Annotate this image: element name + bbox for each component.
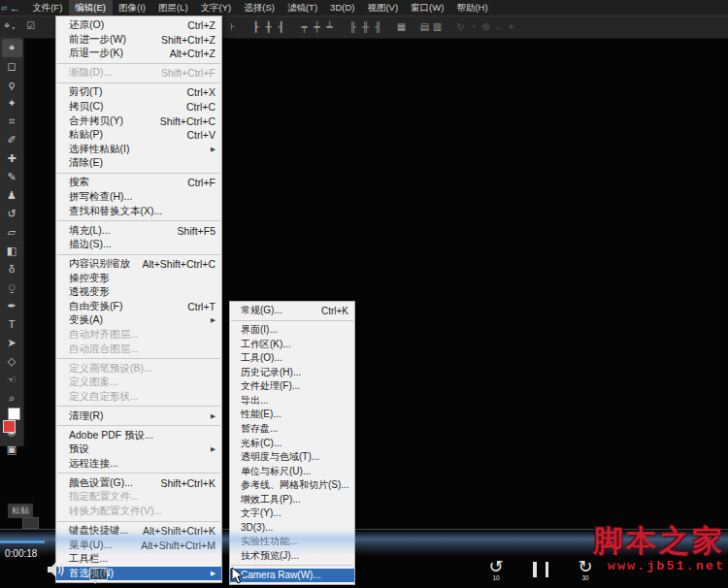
preferences-item[interactable]: 参考线、网格和切片(S)... <box>230 478 354 493</box>
preferences-item[interactable]: 界面(I)... <box>230 323 354 338</box>
menubar-item[interactable]: 图像(I) <box>113 0 152 16</box>
edit-menu-item[interactable]: 粘贴(P)Ctrl+V <box>56 128 221 143</box>
edit-menu-item[interactable]: 拷贝(C)Ctrl+C <box>56 100 221 114</box>
gradient-tool[interactable]: ◧ <box>2 242 22 260</box>
shape-tool[interactable]: ◇ <box>2 352 22 371</box>
align-right-icon[interactable]: ┨ <box>275 19 287 35</box>
distribute-spacing-icon[interactable]: ▦ <box>395 19 408 35</box>
eyedropper-tool[interactable]: ✐ <box>2 131 22 149</box>
edit-menu-item[interactable]: 合并拷贝(Y)Shift+Ctrl+C <box>56 114 221 128</box>
menubar-item[interactable]: 窗口(W) <box>405 0 450 16</box>
menubar-item[interactable]: 文字(Y) <box>194 0 238 16</box>
seek-bar-played[interactable] <box>0 540 45 543</box>
preferences-item[interactable]: 暂存盘... <box>230 422 354 437</box>
menubar-item[interactable]: 视图(V) <box>361 0 405 16</box>
auto-select-checkbox[interactable]: ☑ <box>26 20 35 31</box>
pause-button[interactable] <box>533 562 548 577</box>
edit-menu-item[interactable]: 查找和替换文本(X)... <box>56 204 221 218</box>
eraser-tool[interactable]: ▱ <box>2 223 22 242</box>
preferences-item[interactable]: Camera Raw(W)... <box>230 569 354 583</box>
distribute-left-icon[interactable]: ╟ <box>347 19 359 35</box>
align-group-a-icon[interactable]: ▤ <box>418 19 431 35</box>
align-group-b-icon[interactable]: ▥ <box>431 19 444 35</box>
align-bottom-icon[interactable]: ┷ <box>323 19 336 35</box>
distribute-right-icon[interactable]: ╢ <box>372 19 384 35</box>
edit-menu-item[interactable]: 还原(O)Ctrl+Z <box>56 18 221 33</box>
distribute-center-icon[interactable]: ╫ <box>359 19 372 35</box>
align-middle-icon[interactable]: ┿ <box>311 19 323 35</box>
preferences-item[interactable]: 文字(Y)... <box>230 506 354 521</box>
edit-menu-item[interactable]: 剪切(T)Ctrl+X <box>56 85 221 100</box>
pen-tool[interactable]: ✒ <box>2 297 22 315</box>
preferences-item[interactable]: 增效工具(P)... <box>230 492 354 506</box>
edit-menu-item[interactable]: 清除(E) <box>56 156 221 171</box>
lasso-tool[interactable]: ϙ <box>2 76 22 94</box>
volume-icon[interactable] <box>47 560 68 583</box>
path-selection-tool[interactable]: ➤ <box>2 334 22 352</box>
edit-menu-item[interactable]: 远程连接... <box>56 457 221 472</box>
preferences-item[interactable]: 技术预览(J)... <box>230 549 354 564</box>
edit-menu-item[interactable]: 前进一步(W)Shift+Ctrl+Z <box>56 33 221 48</box>
align-top-icon[interactable]: ┯ <box>298 19 311 35</box>
hand-tool[interactable]: ☜ <box>2 371 22 389</box>
edit-menu-item[interactable]: 自由变换(F)Ctrl+T <box>56 300 221 314</box>
preferences-item[interactable]: 实验性功能... <box>230 535 354 549</box>
type-tool[interactable]: T <box>2 315 22 334</box>
preferences-item[interactable]: 性能(E)... <box>230 408 354 422</box>
edit-menu-item[interactable]: 选择性粘贴(I)▶ <box>56 143 221 157</box>
preferences-item[interactable]: 历史记录(H)... <box>230 366 354 380</box>
edit-menu-item[interactable]: 后退一步(K)Alt+Ctrl+Z <box>56 47 221 61</box>
edit-menu-item[interactable]: 颜色设置(G)...Shift+Ctrl+K <box>56 476 221 491</box>
notes-bubble-icon[interactable] <box>89 568 108 580</box>
edit-menu-item[interactable]: 操控变形 <box>56 271 221 285</box>
preferences-item[interactable]: 工具(O)... <box>230 351 354 366</box>
blur-tool[interactable]: δ <box>2 260 22 278</box>
edit-menu-item[interactable]: 变换(A)▶ <box>56 313 221 328</box>
preferences-item[interactable]: 3D(3)... <box>230 521 354 536</box>
menubar-item[interactable]: 3D(D) <box>324 0 361 16</box>
preferences-item[interactable]: 常规(G)...Ctrl+K <box>230 304 354 318</box>
edit-menu-item[interactable]: 首选项(N)▶ <box>56 567 221 581</box>
clone-stamp-tool[interactable]: ♟ <box>2 186 22 205</box>
brush-tool[interactable]: ✎ <box>2 168 22 186</box>
dodge-tool[interactable]: ⍜ <box>2 278 22 297</box>
edit-menu-item[interactable]: 拼写检查(H)... <box>56 190 221 205</box>
menubar-item[interactable]: 图层(L) <box>151 0 194 16</box>
edit-menu-item[interactable]: 清理(R)▶ <box>56 408 221 423</box>
edit-menu-item[interactable]: 描边(S)... <box>56 238 221 252</box>
menubar-item[interactable]: 滤镜(T) <box>281 0 323 16</box>
foreground-color-swatch[interactable] <box>3 420 16 433</box>
history-brush-tool[interactable]: ↺ <box>2 205 22 223</box>
edit-menu-item[interactable]: 透视变形 <box>56 285 221 300</box>
screen-mode-icon[interactable]: ▣ <box>2 441 22 459</box>
rewind-10-button[interactable]: ↺ 10 <box>483 557 509 582</box>
marquee-tool[interactable]: ◻ <box>2 57 22 76</box>
preferences-item[interactable]: 光标(C)... <box>230 436 354 450</box>
preferences-item[interactable]: 透明度与色域(T)... <box>230 450 354 465</box>
healing-brush-tool[interactable]: ✚ <box>2 149 22 168</box>
forward-30-button[interactable]: ↻ 30 <box>573 557 598 582</box>
preferences-item[interactable]: 工作区(K)... <box>230 337 354 351</box>
align-center-icon[interactable]: ╂ <box>262 19 275 35</box>
align-ref-icon[interactable]: ⊦ <box>226 19 239 35</box>
edit-menu-item[interactable]: 搜索Ctrl+F <box>56 176 221 190</box>
move-tool[interactable]: ⌖ <box>2 39 22 57</box>
align-left-icon[interactable]: ┠ <box>249 19 262 35</box>
zoom-tool[interactable]: ⌕ <box>2 389 22 408</box>
menubar-item[interactable]: 文件(F) <box>26 0 69 16</box>
crop-tool[interactable]: ⌗ <box>2 113 22 131</box>
preferences-item[interactable]: 单位与标尺(U)... <box>230 464 354 478</box>
edit-menu-item[interactable]: 预设▶ <box>56 442 221 457</box>
preferences-item[interactable]: 文件处理(F)... <box>230 379 354 394</box>
background-color-swatch[interactable] <box>8 408 20 420</box>
edit-menu-item[interactable]: 菜单(U)...Alt+Shift+Ctrl+M <box>56 538 221 552</box>
preferences-item[interactable]: 导出... <box>230 394 354 408</box>
back-arrow-icon[interactable]: ← <box>10 2 20 14</box>
menubar-item[interactable]: 编辑(E) <box>69 0 113 16</box>
edit-menu-item[interactable]: 填充(L)...Shift+F5 <box>56 223 221 238</box>
magic-wand-tool[interactable]: ✦ <box>2 94 22 113</box>
edit-menu-item[interactable]: Adobe PDF 预设... <box>56 428 221 442</box>
chevron-down-icon[interactable]: ▾ <box>12 24 15 31</box>
edit-menu-item[interactable]: 键盘快捷键...Alt+Shift+Ctrl+K <box>56 524 221 539</box>
edit-menu-item[interactable]: 工具栏... <box>56 552 221 567</box>
